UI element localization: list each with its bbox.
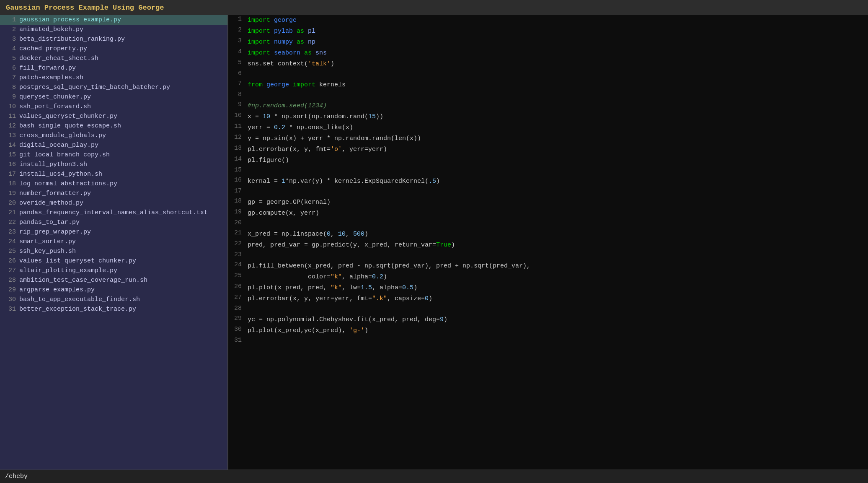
file-item[interactable]: 18log_normal_abstractions.py — [0, 179, 227, 189]
file-name: gaussian_process_example.py — [19, 16, 121, 23]
file-item[interactable]: 21pandas_frequency_interval_names_alias_… — [0, 208, 227, 218]
file-item[interactable]: 11values_queryset_chunker.py — [0, 112, 227, 121]
file-item[interactable]: 2animated_bokeh.py — [0, 25, 227, 34]
file-item[interactable]: 31better_exception_stack_trace.py — [0, 304, 227, 314]
file-item[interactable]: 1gaussian_process_example.py — [0, 15, 227, 25]
code-line-30: 30 pl.plot(x_pred,yc(x_pred), 'g-') — [228, 325, 868, 336]
file-number: 24 — [5, 238, 16, 245]
file-item[interactable]: 7patch-examples.sh — [0, 73, 227, 83]
file-item[interactable]: 24smart_sorter.py — [0, 237, 227, 247]
code-line-14: 14 pl.figure() — [228, 155, 868, 166]
file-item[interactable]: 17install_ucs4_python.sh — [0, 169, 227, 179]
file-name: docker_cheat_sheet.sh — [19, 55, 98, 62]
code-line-2: 2 import pylab as pl — [228, 26, 868, 37]
file-item[interactable]: 13cross_module_globals.py — [0, 131, 227, 140]
code-line-3: 3 import numpy as np — [228, 37, 868, 48]
file-number: 27 — [5, 267, 16, 274]
file-number: 12 — [5, 122, 16, 130]
file-name: pandas_frequency_interval_names_alias_sh… — [19, 209, 208, 216]
file-number: 6 — [5, 65, 16, 72]
file-item[interactable]: 3beta_distribution_ranking.py — [0, 34, 227, 44]
code-line-10: 10 x = 10 * np.sort(np.random.rand(15)) — [228, 112, 868, 122]
file-number: 14 — [5, 142, 16, 149]
file-item[interactable]: 6fill_forward.py — [0, 63, 227, 73]
file-item[interactable]: 12bash_single_quote_escape.sh — [0, 121, 227, 131]
file-item[interactable]: 10ssh_port_forward.sh — [0, 102, 227, 112]
file-item[interactable]: 29argparse_examples.py — [0, 285, 227, 295]
main-panel: 1gaussian_process_example.py2animated_bo… — [0, 15, 868, 470]
file-number: 3 — [5, 36, 16, 43]
file-name: cross_module_globals.py — [19, 132, 106, 139]
file-name: better_exception_stack_trace.py — [19, 306, 136, 313]
file-number: 9 — [5, 93, 16, 101]
file-name: ambition_test_case_coverage_run.sh — [19, 277, 147, 284]
code-line-9: 9 #np.random.seed(1234) — [228, 101, 868, 112]
code-line-1: 1 import george — [228, 15, 868, 26]
file-item[interactable]: 30bash_to_app_executable_finder.sh — [0, 295, 227, 304]
file-number: 30 — [5, 296, 16, 303]
file-name: bash_to_app_executable_finder.sh — [19, 296, 140, 303]
code-line-31: 31 — [228, 336, 868, 346]
file-name: install_ucs4_python.sh — [19, 171, 102, 178]
file-item[interactable]: 15git_local_branch_copy.sh — [0, 150, 227, 160]
file-item[interactable]: 27altair_plotting_example.py — [0, 266, 227, 275]
file-item[interactable]: 28ambition_test_case_coverage_run.sh — [0, 275, 227, 285]
code-line-4: 4 import seaborn as sns — [228, 48, 868, 59]
file-item[interactable]: 5docker_cheat_sheet.sh — [0, 54, 227, 63]
code-line-22: 22 pred, pred_var = gp.predict(y, x_pred… — [228, 240, 868, 251]
file-name: install_python3.sh — [19, 161, 87, 168]
file-item[interactable]: 23rip_grep_wrapper.py — [0, 227, 227, 237]
file-name: argparse_examples.py — [19, 286, 95, 293]
file-item[interactable]: 22pandas_to_tar.py — [0, 218, 227, 227]
file-item[interactable]: 26values_list_queryset_chunker.py — [0, 256, 227, 266]
file-name: number_formatter.py — [19, 190, 91, 197]
code-line-29: 29 yc = np.polynomial.Chebyshev.fit(x_pr… — [228, 314, 868, 325]
code-panel[interactable]: 1 import george 2 import pylab as pl 3 i… — [228, 15, 868, 470]
file-name: smart_sorter.py — [19, 238, 76, 245]
code-line-18: 18 gp = george.GP(kernal) — [228, 197, 868, 208]
file-number: 1 — [5, 16, 16, 23]
file-number: 4 — [5, 45, 16, 52]
file-name: fill_forward.py — [19, 65, 76, 72]
code-line-8: 8 — [228, 91, 868, 101]
code-line-17: 17 — [228, 187, 868, 197]
file-name: bash_single_quote_escape.sh — [19, 122, 121, 130]
code-line-24: 24 pl.fill_between(x_pred, pred - np.sqr… — [228, 261, 868, 272]
status-text: /cheby — [5, 473, 28, 480]
file-number: 20 — [5, 200, 16, 207]
code-line-19: 19 gp.compute(x, yerr) — [228, 208, 868, 219]
file-name: animated_bokeh.py — [19, 26, 83, 33]
code-line-27: 27 pl.errorbar(x, y, yerr=yerr, fmt=".k"… — [228, 293, 868, 304]
code-line-23: 23 — [228, 251, 868, 261]
file-list[interactable]: 1gaussian_process_example.py2animated_bo… — [0, 15, 228, 470]
file-number: 2 — [5, 26, 16, 33]
file-item[interactable]: 8postgres_sql_query_time_batch_batcher.p… — [0, 83, 227, 92]
file-name: ssh_port_forward.sh — [19, 103, 91, 110]
code-line-5: 5 sns.set_context('talk') — [228, 59, 868, 70]
file-number: 17 — [5, 171, 16, 178]
file-name: altair_plotting_example.py — [19, 267, 117, 274]
code-line-12: 12 y = np.sin(x) + yerr * np.random.rand… — [228, 133, 868, 144]
file-item[interactable]: 20overide_method.py — [0, 198, 227, 208]
code-line-16: 16 kernal = 1*np.var(y) * kernels.ExpSqu… — [228, 176, 868, 187]
file-item[interactable]: 14digital_ocean_play.py — [0, 140, 227, 150]
code-line-21: 21 x_pred = np.linspace(0, 10, 500) — [228, 229, 868, 240]
file-number: 11 — [5, 113, 16, 120]
file-name: values_queryset_chunker.py — [19, 113, 117, 120]
code-line-28: 28 — [228, 304, 868, 314]
file-item[interactable]: 25ssh_key_push.sh — [0, 247, 227, 256]
file-number: 10 — [5, 103, 16, 110]
file-name: overide_method.py — [19, 200, 83, 207]
file-item[interactable]: 19number_formatter.py — [0, 189, 227, 198]
file-name: digital_ocean_play.py — [19, 142, 98, 149]
file-item[interactable]: 9queryset_chunker.py — [0, 92, 227, 102]
file-item[interactable]: 16install_python3.sh — [0, 160, 227, 169]
title-bar: Gaussian Process Example Using George — [0, 0, 868, 15]
file-number: 31 — [5, 306, 16, 313]
title-text: Gaussian Process Example Using George — [6, 4, 164, 12]
code-line-15: 15 — [228, 166, 868, 176]
file-name: pandas_to_tar.py — [19, 219, 80, 226]
file-item[interactable]: 4cached_property.py — [0, 44, 227, 54]
file-name: patch-examples.sh — [19, 74, 83, 81]
file-number: 23 — [5, 229, 16, 236]
